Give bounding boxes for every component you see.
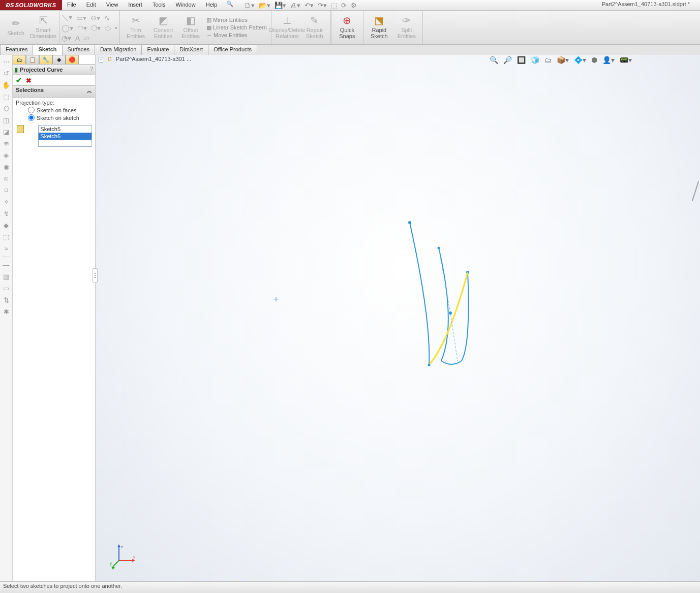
prev-view-icon[interactable]: 🔲 <box>516 56 527 64</box>
arc-icon[interactable]: ◠▾ <box>77 24 87 32</box>
lt-19[interactable]: ▭ <box>3 285 9 292</box>
lt-7[interactable]: ≋ <box>4 140 9 147</box>
smart-dimension-button[interactable]: ⇱Smart Dimension <box>29 12 57 43</box>
appearance-icon[interactable]: ⬢ <box>590 56 598 64</box>
lt-21[interactable]: ✱ <box>4 308 9 316</box>
zoom-fit-icon[interactable]: 🔍 <box>489 56 499 64</box>
lt-8[interactable]: ◈ <box>4 151 9 159</box>
pm-tab-property[interactable]: 📋 <box>26 55 39 64</box>
redo-icon[interactable]: ↷▾ <box>317 2 328 9</box>
plane-icon[interactable]: ▱ <box>84 34 89 42</box>
list-item[interactable] <box>39 140 92 146</box>
view-settings-icon[interactable]: 📟▾ <box>619 56 633 64</box>
tab-dimxpert[interactable]: DimXpert <box>174 45 208 55</box>
menu-file[interactable]: File <box>62 0 81 10</box>
rebuild-icon[interactable]: ⟳ <box>340 2 348 9</box>
pm-tab-config[interactable]: 🔧 <box>39 55 52 64</box>
graphics-viewport[interactable]: + 🗋 Part2^Assem1_40713-a301 ... 🔍 🔎 🔲 🧊 … <box>96 55 700 584</box>
move-entities[interactable]: ↔ Move Entities <box>206 32 267 38</box>
menu-edit[interactable]: Edit <box>81 0 101 10</box>
lt-18[interactable]: ▥ <box>3 273 9 280</box>
lt-11[interactable]: ⌑ <box>5 186 8 194</box>
zoom-area-icon[interactable]: 🔎 <box>502 56 513 64</box>
expand-icon[interactable]: + <box>99 57 103 63</box>
lt-13[interactable]: ↯ <box>4 210 9 217</box>
lt-15[interactable]: ⬚ <box>3 233 9 241</box>
lt-3[interactable]: ⬚ <box>3 93 9 101</box>
section-icon[interactable]: 🧊 <box>530 56 540 64</box>
tab-features[interactable]: Features <box>0 45 33 55</box>
point-icon[interactable]: • <box>115 24 117 32</box>
text-icon[interactable]: A <box>75 34 80 42</box>
hide-show-icon[interactable]: 💠▾ <box>573 56 587 64</box>
slot-icon[interactable]: ⊖▾ <box>90 14 100 22</box>
select-icon[interactable]: ⬚ <box>330 2 338 9</box>
spline-icon[interactable]: ∿ <box>104 14 110 22</box>
tab-evaluate[interactable]: Evaluate <box>141 45 174 55</box>
display-delete-relations-button[interactable]: ⊥Display/Delete Relations <box>273 12 301 43</box>
ok-button[interactable]: ✔ <box>16 76 22 84</box>
undo-icon[interactable]: ↶▾ <box>303 2 315 9</box>
lt-17[interactable]: ― <box>3 261 10 269</box>
lt-10[interactable]: ⎋ <box>4 175 8 182</box>
pm-tab-feature-tree[interactable]: 🗂 <box>13 55 26 64</box>
menu-tools[interactable]: Tools <box>147 0 171 10</box>
list-item[interactable]: Sketch5 <box>39 126 92 133</box>
fillet-icon[interactable]: ◔▾ <box>62 34 71 42</box>
view-triad[interactable]: x y z <box>110 544 135 570</box>
lt-1[interactable]: ↺ <box>4 70 9 77</box>
line-icon[interactable]: ＼▾ <box>62 13 72 22</box>
cancel-button[interactable]: ✖ <box>26 77 32 84</box>
convert-entities-button[interactable]: ◩Convert Entities <box>149 12 177 43</box>
radio-sketch-on-sketch[interactable]: Sketch on sketch <box>28 114 92 121</box>
list-item[interactable]: Sketch6 <box>39 133 92 140</box>
sketch-button[interactable]: ✏Sketch <box>2 12 29 43</box>
menu-insert[interactable]: Insert <box>123 0 147 10</box>
menu-view[interactable]: View <box>101 0 124 10</box>
options-icon[interactable]: ⚙ <box>350 2 358 9</box>
help-icon[interactable]: ? <box>90 66 93 72</box>
tab-office-products[interactable]: Office Products <box>208 45 257 55</box>
linear-pattern[interactable]: ▦ Linear Sketch Pattern <box>206 24 267 31</box>
lt-2[interactable]: ✋ <box>2 81 10 89</box>
split-entities-button[interactable]: ✑Split Entities <box>393 12 420 43</box>
view-orient-icon[interactable]: 🗂 <box>543 56 553 64</box>
lt-4[interactable]: ⬡ <box>4 105 9 112</box>
lt-9[interactable]: ◉ <box>4 163 9 171</box>
breadcrumb[interactable]: + 🗋 Part2^Assem1_40713-a301 ... <box>99 56 191 62</box>
poly-icon[interactable]: ⬡▾ <box>91 24 101 32</box>
rapid-sketch-button[interactable]: ⬔Rapid Sketch <box>366 12 393 43</box>
quick-snaps-button[interactable]: ⊕Quick Snaps <box>333 12 361 43</box>
circle-icon[interactable]: ◯▾ <box>62 24 73 32</box>
tab-data-migration[interactable]: Data Migration <box>95 45 142 55</box>
lt-14[interactable]: ◆ <box>4 222 9 229</box>
selection-listbox[interactable]: Sketch5 Sketch6 <box>38 125 92 147</box>
save-icon[interactable]: 💾▾ <box>273 2 287 9</box>
open-icon[interactable]: 📂▾ <box>258 2 271 9</box>
offset-entities-button[interactable]: ◧Offset Entities <box>177 12 204 43</box>
new-doc-icon[interactable]: 🗋▾ <box>244 2 256 9</box>
pm-tab-dimxpert[interactable]: ◆ <box>52 55 66 64</box>
lt-16[interactable]: ≈ <box>4 245 8 253</box>
pm-tab-display[interactable]: 🔴 <box>66 55 79 64</box>
lt-12[interactable]: ✧ <box>4 198 9 206</box>
lt-6[interactable]: ◪ <box>3 128 9 136</box>
tab-surfaces[interactable]: Surfaces <box>62 45 95 55</box>
mirror-entities[interactable]: ▥ Mirror Entities <box>206 17 267 23</box>
lt-0[interactable]: ⋯ <box>3 58 10 66</box>
radio-sketch-on-faces[interactable]: Sketch on faces <box>28 107 92 113</box>
rect-icon[interactable]: ▭▾ <box>76 14 86 22</box>
search-icon[interactable]: 🔍 <box>225 1 234 10</box>
menu-window[interactable]: Window <box>171 0 201 10</box>
print-icon[interactable]: 🖨▾ <box>289 2 301 9</box>
trim-entities-button[interactable]: ✂Trim Entities <box>122 12 149 43</box>
pm-section-selections[interactable]: Selections︽ <box>13 85 95 98</box>
display-style-icon[interactable]: 📦▾ <box>556 56 570 64</box>
tab-sketch[interactable]: Sketch <box>33 45 62 55</box>
ellipse-icon[interactable]: ⬭ <box>105 24 111 33</box>
menu-help[interactable]: Help <box>201 0 223 10</box>
lt-20[interactable]: ⇅ <box>4 296 9 304</box>
repair-sketch-button[interactable]: ✎Repair Sketch <box>301 12 328 43</box>
lt-5[interactable]: ◫ <box>3 116 9 124</box>
panel-collapse-handle[interactable] <box>93 268 98 283</box>
